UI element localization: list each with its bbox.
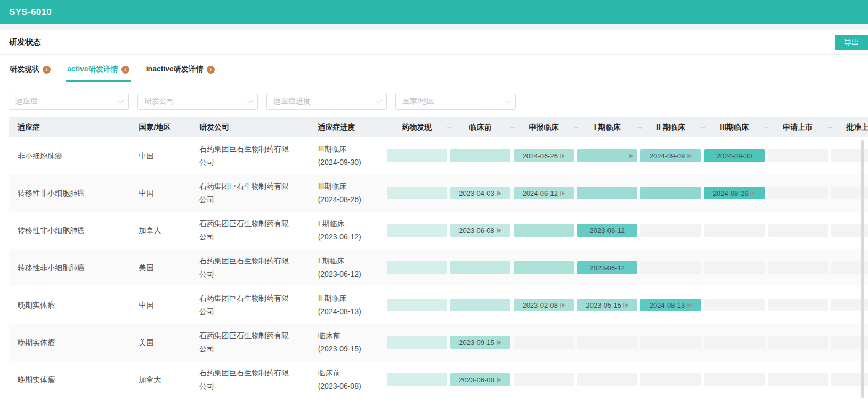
stage-col-4 bbox=[639, 174, 702, 212]
info-icon[interactable]: i bbox=[207, 66, 215, 74]
stage-date: 2023-09-15 bbox=[459, 339, 494, 347]
stage-col-1: 2023-09-15 bbox=[449, 324, 512, 361]
filter-select-0[interactable]: 适应症 bbox=[9, 93, 129, 110]
cell-region: 美国 bbox=[126, 324, 190, 361]
stage-bar[interactable]: 2023-06-08 bbox=[450, 373, 510, 386]
stage-date: 2024-08-26 bbox=[713, 189, 749, 197]
stage-bar bbox=[387, 336, 447, 349]
table-row: 非小细胞肺癌中国石药集团巨石生物制药有限公司III期临床(2024-09-30)… bbox=[9, 137, 868, 174]
stage-header-label: I 期临床 bbox=[594, 123, 621, 132]
tab-inactive-rd-detail[interactable]: inactive研发详情i bbox=[145, 61, 216, 82]
stage-col-3 bbox=[575, 324, 639, 361]
stage-col-5: 2024-08-26 bbox=[703, 174, 766, 212]
pipeline-table-inner: 适应症国家/地区研发公司适应症进度药物发现→临床前→申报临床→I 期临床→II … bbox=[9, 117, 868, 398]
section-header: 研发状态 导出 bbox=[0, 30, 868, 55]
step-forward-icon bbox=[686, 302, 692, 308]
stage-bar bbox=[387, 149, 447, 162]
cell-region: 中国 bbox=[126, 137, 190, 174]
stage-bar bbox=[387, 187, 447, 199]
cell-indication: 晚期实体瘤 bbox=[9, 361, 126, 398]
tab-active-rd-detail[interactable]: active研发详情i bbox=[66, 61, 131, 82]
app-header-bar: SYS-6010 bbox=[0, 0, 868, 24]
stage-bar[interactable]: 2023-09-15 bbox=[450, 336, 510, 349]
stage-bar[interactable]: 2023-02-08 bbox=[514, 299, 574, 311]
stage-spacer bbox=[377, 380, 385, 380]
drug-code-title: SYS-6010 bbox=[9, 7, 52, 18]
stage-spacer bbox=[377, 193, 385, 194]
cell-indication: 晚期实体瘤 bbox=[9, 286, 126, 324]
select-placeholder: 研发公司 bbox=[144, 97, 174, 106]
stage-bar bbox=[768, 299, 828, 311]
stage-col-4 bbox=[639, 324, 702, 361]
cell-indication: 转移性非小细胞肺癌 bbox=[9, 249, 126, 286]
col-header-label: 适应症 bbox=[18, 123, 40, 132]
stage-bar[interactable]: 2023-04-03 bbox=[450, 187, 510, 199]
stage-bar[interactable]: 2024-06-12 bbox=[514, 187, 574, 199]
col-header-stage-0: 药物发现→ bbox=[385, 117, 449, 137]
chevron-down-icon bbox=[247, 98, 253, 103]
stage-header-label: II 期临床 bbox=[656, 123, 685, 132]
select-placeholder: 适应症 bbox=[15, 97, 38, 106]
stage-col-6 bbox=[766, 212, 830, 249]
stage-col-2: 2024-06-12 bbox=[512, 174, 575, 212]
filter-bar: 适应症研发公司适应症进度国家/地区 bbox=[9, 93, 859, 110]
stage-col-6 bbox=[766, 174, 830, 212]
stage-bar bbox=[768, 336, 828, 349]
stage-spacer bbox=[377, 305, 385, 306]
stage-date: 2024-09-30 bbox=[717, 152, 752, 160]
col-header-progress: 适应症进度 bbox=[307, 117, 377, 137]
step-forward-icon bbox=[559, 153, 565, 159]
tab-label: 研发现状 bbox=[10, 65, 39, 74]
col-header-stage-2: 申报临床→ bbox=[512, 117, 575, 137]
step-forward-icon bbox=[496, 340, 502, 346]
stage-col-3: 2023-06-12 bbox=[575, 249, 639, 286]
stage-col-6 bbox=[766, 249, 830, 286]
cell-progress: III期临床(2024-09-30) bbox=[307, 137, 377, 174]
stage-bar bbox=[640, 224, 701, 237]
stage-date: 2024-06-26 bbox=[522, 152, 558, 160]
filter-select-2[interactable]: 适应症进度 bbox=[266, 93, 387, 110]
export-button[interactable]: 导出 bbox=[835, 35, 868, 50]
col-header-stage-6: 申请上市→ bbox=[766, 117, 830, 137]
stage-bar[interactable]: 2024-08-13 bbox=[640, 299, 701, 311]
stage-col-5 bbox=[703, 286, 766, 324]
stage-col-2: 2024-06-26 bbox=[512, 137, 575, 174]
cell-progress: 临床前(2023-09-15) bbox=[307, 324, 377, 361]
tab-rd-status[interactable]: 研发现状i bbox=[9, 61, 52, 82]
stage-bar[interactable]: 2024-06-26 bbox=[514, 149, 574, 162]
stage-bar bbox=[768, 224, 828, 237]
cell-region: 中国 bbox=[126, 174, 190, 212]
cell-indication: 晚期实体瘤 bbox=[9, 324, 126, 361]
stage-col-0 bbox=[385, 361, 449, 398]
cell-region: 中国 bbox=[126, 286, 190, 324]
stage-bar bbox=[640, 187, 701, 199]
filter-select-1[interactable]: 研发公司 bbox=[137, 93, 258, 110]
stage-bar[interactable]: 2023-05-15 bbox=[577, 299, 637, 311]
info-icon[interactable]: i bbox=[43, 66, 51, 74]
stage-col-0 bbox=[385, 174, 449, 212]
stage-col-1: 2023-04-03 bbox=[449, 174, 512, 212]
table-row: 转移性非小细胞肺癌加拿大石药集团巨石生物制药有限公司I 期临床(2023-06-… bbox=[9, 212, 868, 249]
stage-bar bbox=[450, 299, 510, 311]
vertical-scrollbar-thumb[interactable] bbox=[861, 140, 864, 398]
stage-bar bbox=[640, 336, 701, 349]
stage-bar bbox=[514, 224, 574, 237]
col-header-label: 适应症进度 bbox=[318, 123, 355, 132]
stage-col-5: 2024-09-30 bbox=[703, 137, 766, 174]
progress-text: 临床前(2023-09-15) bbox=[318, 329, 361, 356]
stage-col-2 bbox=[512, 249, 575, 286]
stage-col-1 bbox=[449, 249, 512, 286]
stage-bar[interactable]: 2024-08-26 bbox=[704, 187, 765, 199]
stage-date: 2024-09-09 bbox=[650, 152, 685, 160]
stage-date: 2023-06-08 bbox=[459, 376, 494, 384]
info-icon[interactable]: i bbox=[121, 66, 129, 74]
stage-date: 2024-06-12 bbox=[522, 189, 558, 197]
stage-col-4 bbox=[639, 249, 702, 286]
stage-bar[interactable] bbox=[577, 149, 637, 162]
stage-col-4 bbox=[639, 361, 702, 398]
stage-col-2 bbox=[512, 212, 575, 249]
progress-text: III期临床(2024-08-26) bbox=[318, 180, 361, 206]
filter-select-3[interactable]: 国家/地区 bbox=[395, 93, 516, 110]
stage-bar[interactable]: 2023-06-08 bbox=[450, 224, 510, 237]
stage-bar[interactable]: 2024-09-09 bbox=[640, 149, 701, 162]
